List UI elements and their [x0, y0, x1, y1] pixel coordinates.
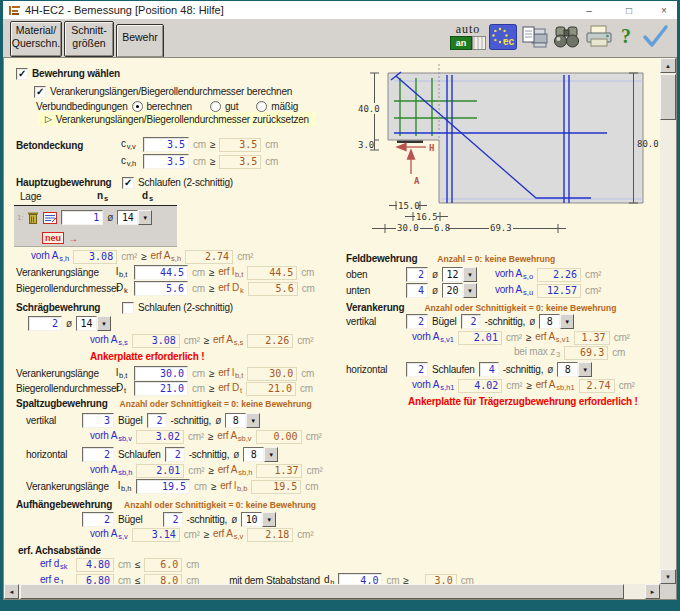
radio-berechnen[interactable]	[132, 101, 143, 112]
unit: cm	[302, 283, 315, 294]
search-binoculars-icon[interactable]	[551, 24, 581, 49]
feld-unten-ds-dropdown[interactable]: 20 ▼	[442, 283, 477, 298]
cvh-input[interactable]: 3.5	[143, 154, 189, 169]
auto-on-segment[interactable]: an	[450, 36, 472, 50]
insert-row-icon[interactable]	[43, 212, 57, 224]
maximize-button[interactable]: □	[620, 3, 638, 17]
tab-material-querschnitt[interactable]: Material/ Querschn.	[10, 21, 62, 57]
radio-maessig[interactable]	[256, 101, 267, 112]
app-icon	[8, 4, 21, 17]
feld-unten-anzahl-input[interactable]: 4	[406, 283, 428, 298]
chevron-down-icon[interactable]: ▼	[262, 512, 276, 527]
checkbox-bewehrung-waehlen[interactable]	[16, 68, 28, 80]
copy-document-icon[interactable]	[521, 25, 548, 49]
hauptzug-schlaufen-label: Schlaufen (2-schnittig)	[138, 177, 233, 188]
chevron-down-icon[interactable]: ▼	[246, 413, 260, 428]
cvv-input[interactable]: 3.5	[143, 137, 189, 152]
vorh-aso-label: vorh As,o	[495, 268, 533, 281]
dt-input[interactable]: 21.0	[134, 381, 188, 396]
scroll-left-icon[interactable]: ◄	[4, 584, 19, 599]
vertical-scroll-thumb[interactable]	[660, 74, 676, 120]
aufhaenge-schnittig-input[interactable]: 2	[163, 512, 183, 527]
radio-gut[interactable]	[210, 101, 221, 112]
verankerung-label: Verankerung	[346, 302, 404, 313]
chevron-down-icon[interactable]: ▼	[97, 316, 111, 331]
radio-maessig-label: mäßig	[271, 101, 298, 112]
vertical-scrollbar[interactable]: ▲ ▼	[660, 58, 676, 584]
chevron-down-icon[interactable]: ▼	[138, 210, 152, 225]
checkbox-hauptzug-schlaufen[interactable]	[122, 177, 134, 189]
spaltzug-horiz-anzahl-input[interactable]: 2	[82, 447, 114, 462]
lbh-input[interactable]: 19.5	[136, 479, 190, 494]
spaltzug-vert-anzahl-input[interactable]: 3	[82, 413, 114, 428]
horizontal-scrollbar[interactable]: ◄ ►	[4, 584, 660, 599]
tab-label: Bewehr	[117, 31, 163, 44]
verankerung-horiz-schnittig-input[interactable]: 4	[479, 362, 499, 377]
auto-toggle[interactable]: auto an	[450, 21, 486, 51]
spaltzug-vert-ds-dropdown[interactable]: 8 ▼	[225, 413, 260, 428]
feld-oben-ds-dropdown[interactable]: 12 ▼	[442, 267, 477, 282]
neu-button[interactable]: neu	[42, 232, 64, 244]
horizontal-label: horizontal	[26, 449, 78, 460]
scroll-down-icon[interactable]: ▼	[660, 569, 676, 584]
chevron-down-icon[interactable]: ▼	[463, 283, 477, 298]
erf-asv1-label: erf As,v1	[535, 331, 569, 344]
verankerung-horiz-ds-dropdown[interactable]: 8 ▼	[557, 362, 592, 377]
ds-dropdown[interactable]: 14 ▼	[117, 210, 152, 225]
help-button[interactable]: ?	[617, 22, 635, 50]
chevron-down-icon[interactable]: ▼	[578, 362, 592, 377]
verankerung-vert-schnittig-input[interactable]: 2	[461, 314, 481, 329]
dk-input[interactable]: 5.6	[134, 281, 188, 296]
comparator: ≥	[209, 283, 214, 294]
checkbox-schraeg-schlaufen[interactable]	[122, 302, 134, 314]
chevron-down-icon[interactable]: ▼	[560, 314, 574, 329]
ankerplatte-warning: Ankerplatte erforderlich !	[90, 349, 204, 364]
verankerung-vert-anzahl-input[interactable]: 2	[406, 314, 428, 329]
erf-asbv-label: erf Asb,v	[217, 430, 251, 443]
diameter-symbol: ø	[547, 364, 553, 375]
comparator: ≥	[210, 156, 215, 167]
spaltzug-horiz-schnittig-input[interactable]: 2	[165, 447, 185, 462]
chevron-down-icon[interactable]: ▼	[463, 267, 477, 282]
radio-gut-label: gut	[225, 101, 238, 112]
chevron-down-icon[interactable]: ▼	[264, 447, 278, 462]
scroll-up-icon[interactable]: ▲	[660, 58, 676, 73]
auto-off-segment[interactable]	[472, 36, 486, 50]
erf-asbh1-label: erf Asb,h1	[536, 379, 575, 392]
verankerung-horiz-anzahl-input[interactable]: 2	[406, 362, 428, 377]
feld-oben-anzahl-input[interactable]: 2	[406, 267, 428, 282]
scrollbar-corner	[660, 584, 676, 599]
delete-row-icon[interactable]	[27, 211, 39, 225]
tab-schnittgroessen[interactable]: Schnitt- größen	[64, 21, 114, 57]
close-button[interactable]: ×	[655, 3, 673, 17]
cvv-symbol: cv,v	[121, 138, 139, 151]
schraeg-ds-dropdown[interactable]: 14 ▼	[76, 316, 111, 331]
minimize-button[interactable]: –	[580, 3, 598, 17]
title-bar[interactable]: 4H-EC2 - Bemessung [Position 48: Hilfe] …	[3, 1, 677, 20]
confirm-button[interactable]	[640, 23, 670, 51]
vorh-asu-value: 12.57	[537, 284, 581, 298]
erf-asbv-value: 0.00	[256, 430, 302, 444]
lbt-input[interactable]: 44.5	[134, 265, 188, 280]
spaltzug-vert-schnittig-input[interactable]: 2	[147, 413, 167, 428]
vorh-asbv-label: vorh Asb,v	[90, 430, 132, 443]
checkbox-verankerung-berechnen[interactable]	[34, 86, 46, 98]
dim-40-label: 40.0	[358, 104, 380, 114]
schraeg-anzahl-input[interactable]: 2	[28, 316, 62, 331]
reset-verankerung-button[interactable]: ▷ Verankerungslängen/Biegerollendurchmes…	[38, 112, 316, 126]
tab-bewehrung[interactable]: Bewehr	[116, 24, 164, 58]
tab-label: Material/	[11, 24, 61, 37]
aufhaenge-ds-dropdown[interactable]: 10 ▼	[241, 512, 276, 527]
spaltzug-horiz-ds-dropdown[interactable]: 8 ▼	[243, 447, 278, 462]
unit: cm	[301, 368, 314, 379]
aufhaenge-anzahl-input[interactable]: 2	[82, 512, 114, 527]
print-icon[interactable]	[585, 24, 613, 49]
verankerung-vert-ds-dropdown[interactable]: 8 ▼	[539, 314, 574, 329]
ns-input[interactable]: 1	[61, 210, 103, 225]
horizontal-scroll-thumb[interactable]	[20, 584, 624, 599]
scroll-right-icon[interactable]: ►	[645, 584, 660, 599]
cvv-required: 3.5	[219, 138, 261, 152]
eurocode-button[interactable]: ec	[489, 24, 517, 50]
erf-asv-label: erf As,v	[213, 528, 243, 541]
schraeg-lbt-input[interactable]: 30.0	[134, 366, 188, 381]
